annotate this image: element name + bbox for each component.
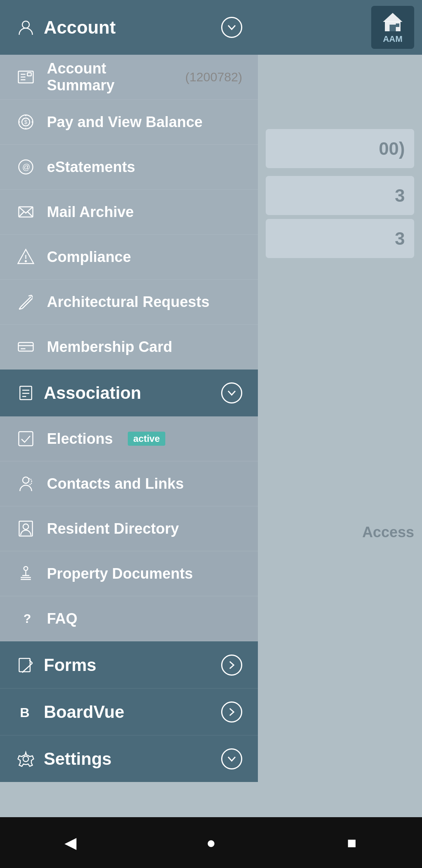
navigation-drawer: Account Account Summary (1200782) — [0, 0, 258, 868]
estatements-label: eStatements — [47, 159, 135, 176]
account-menu: Account Summary (1200782) $ Pay and View… — [0, 55, 258, 369]
forms-title: Forms — [44, 655, 96, 675]
bg-access-text: Access — [362, 524, 414, 541]
contacts-links-icon — [16, 473, 36, 494]
svg-rect-3 — [396, 23, 399, 27]
settings-header[interactable]: Settings — [0, 735, 258, 782]
svg-rect-38 — [19, 432, 33, 446]
menu-item-architectural[interactable]: Architectural Requests — [0, 280, 258, 325]
menu-item-property-documents[interactable]: Property Documents — [0, 551, 258, 596]
menu-item-contacts-links[interactable]: Contacts and Links — [0, 461, 258, 506]
svg-point-41 — [23, 524, 29, 529]
property-documents-label: Property Documents — [47, 565, 193, 582]
menu-item-faq[interactable]: ? FAQ — [0, 596, 258, 641]
svg-rect-31 — [18, 343, 33, 351]
bg-num2: 3 — [395, 228, 405, 249]
svg-line-30 — [32, 295, 32, 298]
settings-title: Settings — [44, 749, 112, 769]
svg-point-42 — [24, 567, 28, 570]
svg-point-24 — [25, 261, 27, 262]
account-section-header[interactable]: Account — [0, 0, 258, 55]
menu-item-account-summary[interactable]: Account Summary (1200782) — [0, 55, 258, 100]
elections-active-badge: active — [128, 432, 165, 446]
svg-text:B: B — [20, 705, 30, 720]
association-submenu: Elections active Contacts and Links — [0, 416, 258, 641]
contacts-links-label: Contacts and Links — [47, 475, 184, 492]
architectural-label: Architectural Requests — [47, 294, 209, 310]
svg-point-39 — [23, 477, 29, 483]
elections-label: Elections — [47, 430, 113, 447]
forms-header[interactable]: Forms — [0, 641, 258, 688]
estatements-icon: @ — [16, 157, 36, 177]
svg-marker-0 — [383, 13, 402, 22]
membership-card-label: Membership Card — [47, 339, 172, 355]
svg-text:@: @ — [22, 163, 30, 171]
menu-item-resident-directory[interactable]: Resident Directory — [0, 506, 258, 551]
svg-rect-2 — [390, 25, 396, 31]
svg-line-50 — [24, 663, 32, 671]
mail-archive-label: Mail Archive — [47, 204, 134, 221]
settings-chevron[interactable] — [221, 748, 242, 769]
svg-line-29 — [29, 295, 32, 296]
svg-text:$: $ — [24, 119, 27, 125]
svg-line-21 — [28, 212, 33, 217]
association-section-header[interactable]: Association — [0, 369, 258, 416]
boardvue-icon: B — [16, 702, 36, 722]
property-documents-icon — [16, 563, 36, 584]
svg-point-4 — [22, 21, 29, 28]
compliance-label: Compliance — [47, 249, 131, 265]
mail-archive-icon — [16, 202, 36, 222]
pay-balance-label: Pay and View Balance — [47, 114, 203, 131]
boardvue-arrow[interactable] — [221, 701, 242, 723]
account-icon — [16, 17, 36, 38]
compliance-icon — [16, 247, 36, 267]
faq-label: FAQ — [47, 610, 77, 627]
faq-icon: ? — [16, 608, 36, 629]
svg-rect-9 — [27, 73, 31, 76]
account-summary-sub: (1200782) — [185, 70, 242, 84]
membership-card-icon — [16, 337, 36, 357]
resident-directory-icon — [16, 518, 36, 539]
svg-point-54 — [23, 756, 29, 762]
aam-logo: AAM — [371, 6, 414, 49]
account-summary-label: Account Summary — [47, 60, 174, 94]
forms-icon — [16, 655, 36, 675]
menu-item-elections[interactable]: Elections active — [0, 416, 258, 461]
account-summary-icon — [16, 67, 36, 87]
aam-text: AAM — [383, 34, 402, 44]
boardvue-title: BoardVue — [44, 702, 124, 722]
svg-line-20 — [19, 212, 24, 217]
boardvue-header[interactable]: B BoardVue — [0, 688, 258, 735]
account-title: Account — [44, 17, 116, 38]
svg-line-52 — [22, 671, 24, 673]
bg-balance: 00) — [379, 138, 405, 159]
android-recents-button[interactable]: ■ — [336, 827, 367, 858]
forms-arrow[interactable] — [221, 655, 242, 676]
menu-item-estatements[interactable]: @ eStatements — [0, 145, 258, 190]
menu-item-compliance[interactable]: Compliance — [0, 235, 258, 280]
account-chevron[interactable] — [221, 17, 242, 38]
svg-text:?: ? — [23, 612, 31, 626]
resident-directory-label: Resident Directory — [47, 520, 179, 537]
architectural-icon — [16, 292, 36, 312]
menu-item-mail-archive[interactable]: Mail Archive — [0, 190, 258, 235]
pay-balance-icon: $ — [16, 112, 36, 132]
elections-icon — [16, 429, 36, 449]
menu-item-membership-card[interactable]: Membership Card — [0, 325, 258, 369]
bg-num1: 3 — [395, 185, 405, 206]
association-title: Association — [44, 383, 141, 403]
association-icon — [16, 383, 36, 403]
menu-item-pay-view-balance[interactable]: $ Pay and View Balance — [0, 100, 258, 145]
settings-icon — [16, 749, 36, 769]
association-chevron[interactable] — [221, 382, 242, 404]
